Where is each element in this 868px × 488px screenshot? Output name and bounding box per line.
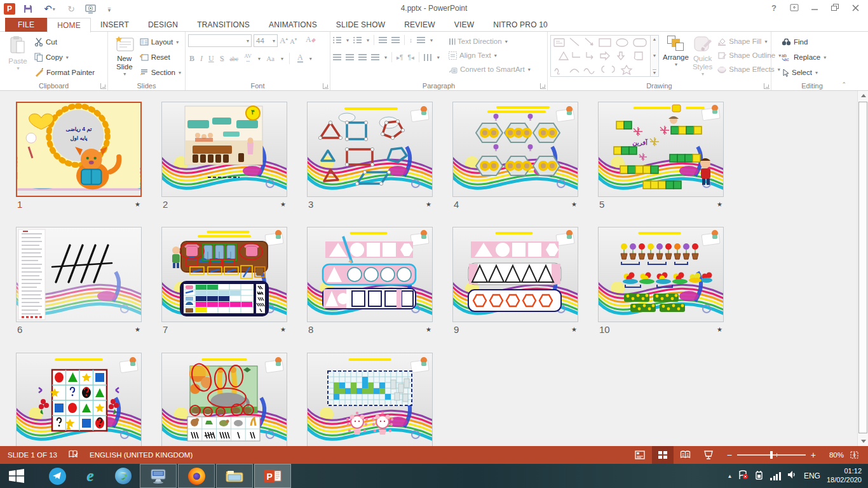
reset-button[interactable]: Reset: [139, 50, 182, 64]
zoom-level[interactable]: 80%: [820, 451, 844, 459]
slide-thumbnail-9[interactable]: 9★: [452, 227, 578, 335]
character-spacing-icon[interactable]: AV↔: [244, 54, 252, 63]
section-button[interactable]: Section▾: [139, 65, 182, 79]
zoom-in-icon[interactable]: +: [811, 450, 816, 460]
change-case-icon[interactable]: Aa: [266, 55, 275, 62]
align-center-icon[interactable]: [346, 54, 354, 61]
copy-button[interactable]: Copy▾: [33, 50, 96, 64]
tab-view[interactable]: VIEW: [445, 18, 484, 32]
close-icon[interactable]: [846, 1, 864, 14]
bullets-icon[interactable]: [333, 37, 341, 44]
show-hidden-icons[interactable]: ▲: [728, 473, 733, 479]
input-language-indicator[interactable]: ENG: [804, 471, 820, 480]
font-dialog-launcher[interactable]: [323, 83, 329, 89]
powerpoint-taskbar-button[interactable]: P: [254, 464, 291, 488]
slide-thumbnail-2[interactable]: ۴ 2★: [161, 102, 287, 210]
select-button[interactable]: Select▾: [780, 65, 850, 79]
slide-thumbnail-5[interactable]: آفرین 5★: [598, 102, 724, 210]
slide-thumbnail-12[interactable]: 12★: [161, 353, 287, 446]
battery-icon[interactable]: [755, 470, 764, 482]
slide-sorter-pane[interactable]: تم 4 ریاضی پایه اول 1★: [0, 91, 868, 446]
onscreen-keyboard-button[interactable]: [140, 464, 177, 488]
help-icon[interactable]: ?: [765, 1, 783, 14]
ribbon-display-options-icon[interactable]: [785, 1, 803, 14]
convert-smartart-button[interactable]: Convert to SmartArt▾: [449, 63, 531, 76]
rtl-text-icon[interactable]: ¶◂: [407, 54, 414, 61]
tray-clock[interactable]: 01:12 18/02/2020: [827, 467, 862, 485]
tab-transitions[interactable]: TRANSITIONS: [187, 18, 259, 32]
tab-design[interactable]: DESIGN: [139, 18, 187, 32]
vertical-scrollbar[interactable]: [857, 91, 868, 446]
file-explorer-icon[interactable]: [216, 464, 253, 488]
decrease-indent-icon[interactable]: [379, 37, 387, 44]
paragraph-dialog-launcher[interactable]: [540, 83, 546, 89]
clear-formatting-icon[interactable]: A: [306, 35, 316, 46]
layout-button[interactable]: Layout▾: [139, 35, 182, 49]
font-size-combo[interactable]: 44▾: [254, 34, 278, 47]
ltr-text-icon[interactable]: ▸¶: [397, 54, 403, 61]
telegram-icon[interactable]: [41, 464, 74, 488]
firefox-icon[interactable]: [178, 464, 215, 488]
columns-icon[interactable]: [424, 54, 432, 61]
slide-thumbnail-8[interactable]: 8★: [307, 227, 433, 335]
justify-icon[interactable]: [371, 54, 379, 61]
line-spacing-icon[interactable]: ↕: [409, 37, 412, 44]
slide-thumbnail-11[interactable]: 11★: [16, 353, 142, 446]
tab-slide-show[interactable]: SLIDE SHOW: [327, 18, 395, 32]
tab-animations[interactable]: ANIMATIONS: [259, 18, 327, 32]
paste-button[interactable]: Paste▾: [3, 33, 33, 79]
underline-icon[interactable]: U: [208, 54, 214, 64]
shapes-gallery-scroll[interactable]: ▲▼▼: [651, 35, 659, 77]
language-indicator[interactable]: ENGLISH (UNITED KINGDOM): [90, 451, 193, 459]
shapes-gallery[interactable]: [550, 35, 651, 77]
slide-show-button[interactable]: [698, 446, 719, 464]
collapse-ribbon-icon[interactable]: ⌃: [841, 81, 846, 88]
text-direction-button[interactable]: Text Direction▾: [449, 35, 531, 48]
volume-icon[interactable]: [787, 470, 797, 482]
quick-styles-button[interactable]: Quick Styles▾: [693, 33, 712, 79]
start-button[interactable]: [0, 464, 33, 488]
normal-view-button[interactable]: [629, 446, 651, 464]
numbering-icon[interactable]: [353, 37, 362, 44]
minimize-icon[interactable]: [806, 1, 824, 14]
new-slide-button[interactable]: New Slide▾: [111, 33, 139, 79]
italic-icon[interactable]: I: [200, 54, 203, 64]
replace-button[interactable]: abac Replace▾: [780, 50, 850, 64]
internet-explorer-icon[interactable]: e: [74, 464, 107, 488]
scroll-up-icon[interactable]: [858, 91, 868, 100]
fit-to-window-icon[interactable]: [845, 446, 863, 464]
slide-thumbnail-13[interactable]: 13★: [307, 353, 433, 446]
tab-insert[interactable]: INSERT: [91, 18, 139, 32]
scrollbar-thumb[interactable]: [858, 102, 867, 433]
reading-view-button[interactable]: [675, 446, 696, 464]
network-signal-icon[interactable]: [770, 472, 781, 480]
bold-icon[interactable]: B: [189, 54, 194, 64]
align-left-icon[interactable]: [333, 54, 341, 61]
slide-thumbnail-3[interactable]: 3★: [307, 102, 433, 210]
cut-button[interactable]: Cut: [33, 35, 96, 49]
format-painter-button[interactable]: Format Painter: [33, 65, 96, 79]
slide-sorter-view-button[interactable]: [652, 446, 674, 464]
tab-nitro-pro[interactable]: NITRO PRO 10: [484, 18, 557, 32]
slide-thumbnail-10[interactable]: 10★: [598, 227, 724, 335]
slide-indicator[interactable]: SLIDE 1 OF 13: [8, 451, 57, 459]
align-text-button[interactable]: Align Text▾: [449, 49, 531, 62]
increase-indent-icon[interactable]: [391, 37, 400, 44]
shadow-icon[interactable]: S: [220, 54, 224, 64]
clipboard-dialog-launcher[interactable]: [100, 83, 106, 89]
grow-font-icon[interactable]: A▴: [280, 36, 288, 46]
arrange-button[interactable]: Arrange▾: [663, 33, 689, 79]
tab-file[interactable]: FILE: [5, 18, 47, 32]
idm-icon[interactable]: [107, 464, 140, 488]
scroll-down-icon[interactable]: [858, 437, 868, 446]
shrink-font-icon[interactable]: A▾: [290, 37, 297, 45]
zoom-slider-handle[interactable]: [770, 451, 773, 459]
tab-home[interactable]: HOME: [47, 18, 91, 32]
tab-review[interactable]: REVIEW: [395, 18, 445, 32]
drawing-dialog-launcher[interactable]: [764, 83, 770, 89]
zoom-slider[interactable]: [737, 454, 806, 456]
zoom-out-icon[interactable]: −: [727, 450, 732, 460]
find-button[interactable]: Find: [780, 35, 850, 49]
slide-thumbnail-1[interactable]: تم 4 ریاضی پایه اول 1★: [16, 102, 142, 210]
slide-thumbnail-7[interactable]: 7★: [161, 227, 287, 335]
